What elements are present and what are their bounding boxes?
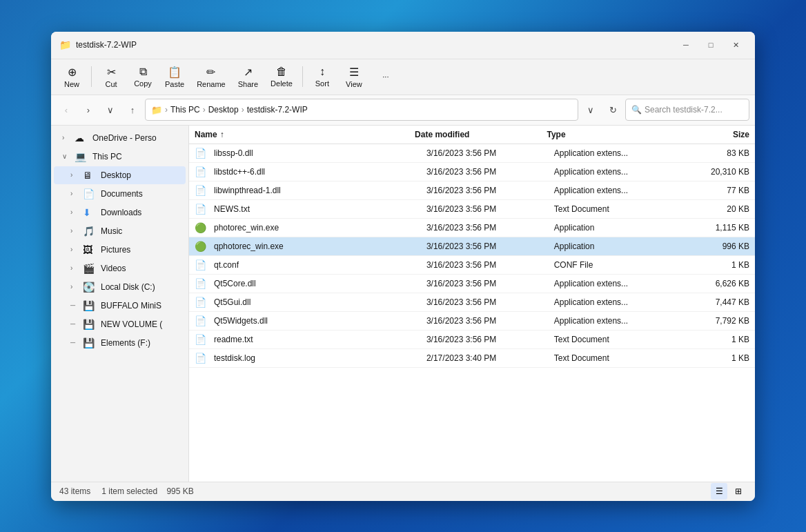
file-type-icon: 🟢 <box>195 241 210 252</box>
table-row[interactable]: 📄 Qt5Widgets.dll 3/16/2023 3:56 PM Appli… <box>189 312 755 331</box>
column-name[interactable]: Name ↑ <box>195 130 415 139</box>
address-bar: ‹ › ∨ ↑ 📁 › This PC › Desktop › testdisk… <box>51 95 755 126</box>
file-size: 7,792 KB <box>681 316 749 326</box>
delete-button[interactable]: 🗑 Delete <box>265 61 298 92</box>
file-size: 1,115 KB <box>681 223 749 233</box>
sidebar-item-buffalo[interactable]: ─ 💾 BUFFALO MiniS <box>54 297 186 315</box>
title-bar: 📁 testdisk-7.2-WIP ─ □ ✕ <box>51 32 755 59</box>
file-size: 20 KB <box>681 204 749 214</box>
table-row[interactable]: 📄 libwinpthread-1.dll 3/16/2023 3:56 PM … <box>189 181 755 200</box>
view-icon: ☰ <box>349 66 359 79</box>
close-button[interactable]: ✕ <box>725 35 747 55</box>
sidebar-item-onedrive[interactable]: › ☁ OneDrive - Perso <box>54 129 186 147</box>
thispc-icon: 💻 <box>75 151 88 162</box>
sidebar-item-elements[interactable]: ─ 💾 Elements (F:) <box>54 334 186 352</box>
file-date: 3/16/2023 3:56 PM <box>426 167 554 177</box>
file-name: Qt5Core.dll <box>214 279 426 288</box>
path-desktop: Desktop <box>208 105 239 115</box>
table-row[interactable]: 📄 readme.txt 3/16/2023 3:56 PM Text Docu… <box>189 331 755 349</box>
grid-view-button[interactable]: ⊞ <box>730 483 747 500</box>
file-date: 3/16/2023 3:56 PM <box>426 186 554 195</box>
expand-chevron: › <box>62 134 73 141</box>
music-icon: 🎵 <box>83 226 97 237</box>
list-view-button[interactable]: ☰ <box>711 483 727 500</box>
window-controls: ─ □ ✕ <box>675 35 747 55</box>
expand-button[interactable]: ∨ <box>101 100 120 119</box>
sidebar-item-desktop[interactable]: › 🖥 Desktop <box>54 166 186 184</box>
table-row[interactable]: 📄 testdisk.log 2/17/2023 3:40 PM Text Do… <box>189 349 755 368</box>
pictures-icon: 🖼 <box>83 244 97 255</box>
file-date: 2/17/2023 3:40 PM <box>426 353 554 363</box>
sidebar-item-label: Downloads <box>101 208 180 217</box>
more-button[interactable]: ··· <box>371 61 401 92</box>
minimize-button[interactable]: ─ <box>675 35 697 55</box>
file-type-icon: 📄 <box>195 315 210 326</box>
expand-chevron: › <box>70 190 81 197</box>
search-box[interactable]: 🔍 Search testdisk-7.2... <box>625 99 749 121</box>
new-button[interactable]: ⊕ New <box>57 61 87 92</box>
file-type: Application extens... <box>554 297 682 307</box>
sidebar-item-thispc[interactable]: ∨ 💻 This PC <box>54 148 186 166</box>
address-path[interactable]: 📁 › This PC › Desktop › testdisk-7.2-WIP <box>145 99 578 121</box>
share-button[interactable]: ↗ Share <box>233 61 264 92</box>
file-type-icon: 📄 <box>195 166 210 177</box>
copy-button[interactable]: ⧉ Copy <box>128 61 158 92</box>
sidebar-item-label: Local Disk (C:) <box>101 282 180 292</box>
sidebar-item-newvolume[interactable]: ─ 💾 NEW VOLUME ( <box>54 315 186 333</box>
copy-icon: ⧉ <box>139 66 147 78</box>
table-row[interactable]: 📄 Qt5Core.dll 3/16/2023 3:56 PM Applicat… <box>189 275 755 293</box>
sidebar-item-localdisk[interactable]: › 💽 Local Disk (C:) <box>54 278 186 296</box>
separator-2 <box>302 66 303 87</box>
file-date: 3/16/2023 3:56 PM <box>426 223 554 233</box>
paste-button[interactable]: 📋 Paste <box>159 61 190 92</box>
view-button[interactable]: ☰ View <box>339 61 369 92</box>
file-type-icon: 📄 <box>195 297 210 308</box>
forward-button[interactable]: › <box>79 100 98 119</box>
file-name: libstdc++-6.dll <box>214 167 426 177</box>
file-size: 7,447 KB <box>681 297 749 307</box>
sidebar-item-music[interactable]: › 🎵 Music <box>54 222 186 240</box>
path-thispc: This PC <box>170 105 200 115</box>
table-row[interactable]: 📄 qt.conf 3/16/2023 3:56 PM CONF File 1 … <box>189 256 755 275</box>
file-type-icon: 📄 <box>195 185 210 196</box>
table-row[interactable]: 📄 NEWS.txt 3/16/2023 3:56 PM Text Docume… <box>189 200 755 219</box>
file-type: Application extens... <box>554 167 682 177</box>
file-date: 3/16/2023 3:56 PM <box>426 297 554 307</box>
sidebar-item-videos[interactable]: › 🎬 Videos <box>54 259 186 277</box>
file-type-icon: 📄 <box>195 204 210 215</box>
table-row[interactable]: 🟢 qphotorec_win.exe 3/16/2023 3:56 PM Ap… <box>189 237 755 256</box>
sidebar-item-documents[interactable]: › 📄 Documents <box>54 185 186 203</box>
maximize-button[interactable]: □ <box>700 35 722 55</box>
table-row[interactable]: 📄 libssp-0.dll 3/16/2023 3:56 PM Applica… <box>189 144 755 163</box>
file-size: 77 KB <box>681 186 749 195</box>
back-button[interactable]: ‹ <box>57 100 76 119</box>
desktop-icon: 🖥 <box>83 170 97 181</box>
new-icon: ⊕ <box>68 66 77 79</box>
refresh-button[interactable]: ↻ <box>603 100 622 119</box>
separator-1 <box>91 66 92 87</box>
table-row[interactable]: 🟢 photorec_win.exe 3/16/2023 3:56 PM App… <box>189 219 755 237</box>
sidebar-item-label: Pictures <box>101 245 180 255</box>
column-date[interactable]: Date modified <box>415 130 547 139</box>
rename-button[interactable]: ✏ Rename <box>191 61 231 92</box>
table-row[interactable]: 📄 libstdc++-6.dll 3/16/2023 3:56 PM Appl… <box>189 163 755 181</box>
sidebar-item-downloads[interactable]: › ⬇ Downloads <box>54 204 186 221</box>
address-dropdown-button[interactable]: ∨ <box>581 100 600 119</box>
cut-button[interactable]: ✂ Cut <box>96 61 126 92</box>
item-count: 43 items <box>59 486 90 496</box>
column-size[interactable]: Size <box>679 130 749 139</box>
file-type: Text Document <box>554 335 682 344</box>
sidebar-item-pictures[interactable]: › 🖼 Pictures <box>54 241 186 259</box>
expand-chevron: › <box>70 264 81 272</box>
file-type: Application extens... <box>554 148 682 158</box>
sidebar-item-label: This PC <box>92 152 180 161</box>
expand-chevron: ─ <box>70 302 81 309</box>
up-button[interactable]: ↑ <box>123 100 142 119</box>
file-name: qphotorec_win.exe <box>214 242 426 251</box>
sort-button[interactable]: ↕ Sort <box>307 61 337 92</box>
column-type[interactable]: Type <box>547 130 678 139</box>
table-row[interactable]: 📄 Qt5Gui.dll 3/16/2023 3:56 PM Applicati… <box>189 293 755 312</box>
file-date: 3/16/2023 3:56 PM <box>426 148 554 158</box>
expand-chevron: › <box>70 227 81 235</box>
file-type-icon: 📄 <box>195 259 210 270</box>
